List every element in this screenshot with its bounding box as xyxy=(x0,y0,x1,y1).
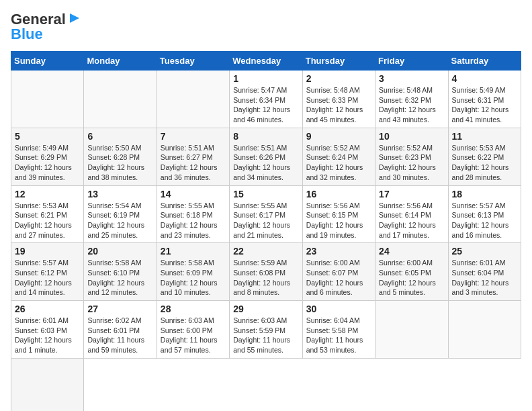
day-info: Sunrise: 5:48 AM Sunset: 6:33 PM Dayligh… xyxy=(306,85,371,125)
day-number: 28 xyxy=(161,304,226,314)
day-info: Sunrise: 5:56 AM Sunset: 6:14 PM Dayligh… xyxy=(379,201,444,240)
day-info: Sunrise: 5:51 AM Sunset: 6:27 PM Dayligh… xyxy=(161,143,226,183)
calendar-day-6: 6Sunrise: 5:50 AM Sunset: 6:28 PM Daylig… xyxy=(84,128,157,185)
day-info: Sunrise: 5:58 AM Sunset: 6:09 PM Dayligh… xyxy=(161,258,226,298)
day-number: 3 xyxy=(379,73,444,84)
day-number: 5 xyxy=(15,131,80,142)
day-number: 8 xyxy=(233,131,298,142)
calendar-day-24: 24Sunrise: 6:00 AM Sunset: 6:05 PM Dayli… xyxy=(375,243,448,301)
day-info: Sunrise: 6:00 AM Sunset: 6:07 PM Dayligh… xyxy=(306,258,371,298)
day-number: 18 xyxy=(452,189,517,199)
day-number: 2 xyxy=(306,73,371,84)
day-info: Sunrise: 5:49 AM Sunset: 6:29 PM Dayligh… xyxy=(15,143,80,183)
day-number: 25 xyxy=(452,246,517,257)
calendar-day-10: 10Sunrise: 5:52 AM Sunset: 6:23 PM Dayli… xyxy=(375,128,448,185)
weekday-header-wednesday: Wednesday xyxy=(230,52,302,71)
day-info: Sunrise: 6:03 AM Sunset: 5:59 PM Dayligh… xyxy=(233,316,298,355)
calendar-day-11: 11Sunrise: 5:53 AM Sunset: 6:22 PM Dayli… xyxy=(448,128,521,185)
day-info: Sunrise: 6:04 AM Sunset: 5:58 PM Dayligh… xyxy=(306,316,371,355)
day-info: Sunrise: 5:53 AM Sunset: 6:21 PM Dayligh… xyxy=(15,201,80,240)
calendar-table: SundayMondayTuesdayWednesdayThursdayFrid… xyxy=(11,51,521,411)
day-number: 4 xyxy=(452,73,517,84)
weekday-header-tuesday: Tuesday xyxy=(157,52,229,71)
day-info: Sunrise: 5:49 AM Sunset: 6:31 PM Dayligh… xyxy=(452,85,517,125)
day-info: Sunrise: 5:55 AM Sunset: 6:17 PM Dayligh… xyxy=(233,201,298,240)
weekday-header-friday: Friday xyxy=(375,52,448,71)
calendar-day-17: 17Sunrise: 5:56 AM Sunset: 6:14 PM Dayli… xyxy=(375,185,448,243)
calendar-day-22: 22Sunrise: 5:59 AM Sunset: 6:08 PM Dayli… xyxy=(230,243,302,301)
day-info: Sunrise: 5:57 AM Sunset: 6:13 PM Dayligh… xyxy=(452,201,517,240)
day-number: 22 xyxy=(233,246,298,257)
calendar-day-27: 27Sunrise: 6:02 AM Sunset: 6:01 PM Dayli… xyxy=(84,301,157,359)
calendar-day-4: 4Sunrise: 5:49 AM Sunset: 6:31 PM Daylig… xyxy=(448,71,521,128)
day-number: 10 xyxy=(379,131,444,142)
day-number: 26 xyxy=(15,304,80,314)
calendar-day-23: 23Sunrise: 6:00 AM Sunset: 6:07 PM Dayli… xyxy=(302,243,375,301)
day-info: Sunrise: 5:48 AM Sunset: 6:32 PM Dayligh… xyxy=(379,85,444,125)
page-header: General Blue xyxy=(11,11,521,43)
day-info: Sunrise: 5:52 AM Sunset: 6:23 PM Dayligh… xyxy=(379,143,444,183)
day-number: 27 xyxy=(87,304,152,314)
calendar-day-empty xyxy=(84,71,157,128)
calendar-day-20: 20Sunrise: 5:58 AM Sunset: 6:10 PM Dayli… xyxy=(84,243,157,301)
weekday-header-sunday: Sunday xyxy=(11,52,84,71)
day-info: Sunrise: 6:00 AM Sunset: 6:05 PM Dayligh… xyxy=(379,258,444,298)
calendar-day-empty xyxy=(11,71,84,128)
day-info: Sunrise: 5:55 AM Sunset: 6:18 PM Dayligh… xyxy=(161,201,226,240)
day-info: Sunrise: 5:53 AM Sunset: 6:22 PM Dayligh… xyxy=(452,143,517,183)
day-info: Sunrise: 5:52 AM Sunset: 6:24 PM Dayligh… xyxy=(306,143,371,183)
day-number: 6 xyxy=(87,131,152,142)
calendar-day-15: 15Sunrise: 5:55 AM Sunset: 6:17 PM Dayli… xyxy=(230,185,302,243)
weekday-header-thursday: Thursday xyxy=(302,52,375,71)
calendar-day-8: 8Sunrise: 5:51 AM Sunset: 6:26 PM Daylig… xyxy=(230,128,302,185)
day-number: 11 xyxy=(452,131,517,142)
day-info: Sunrise: 5:59 AM Sunset: 6:08 PM Dayligh… xyxy=(233,258,298,298)
calendar-day-12: 12Sunrise: 5:53 AM Sunset: 6:21 PM Dayli… xyxy=(11,185,84,243)
day-info: Sunrise: 5:47 AM Sunset: 6:34 PM Dayligh… xyxy=(233,85,298,125)
calendar-day-empty xyxy=(157,71,229,128)
day-number: 24 xyxy=(379,246,444,257)
day-number: 13 xyxy=(87,189,152,199)
weekday-header-saturday: Saturday xyxy=(448,52,521,71)
calendar-day-2: 2Sunrise: 5:48 AM Sunset: 6:33 PM Daylig… xyxy=(302,71,375,128)
day-number: 12 xyxy=(15,189,80,199)
calendar-day-13: 13Sunrise: 5:54 AM Sunset: 6:19 PM Dayli… xyxy=(84,185,157,243)
svg-marker-0 xyxy=(70,13,79,23)
calendar-day-18: 18Sunrise: 5:57 AM Sunset: 6:13 PM Dayli… xyxy=(448,185,521,243)
day-number: 15 xyxy=(233,189,298,199)
day-info: Sunrise: 5:58 AM Sunset: 6:10 PM Dayligh… xyxy=(87,258,152,298)
calendar-day-16: 16Sunrise: 5:56 AM Sunset: 6:15 PM Dayli… xyxy=(302,185,375,243)
day-number: 16 xyxy=(306,189,371,199)
day-number: 23 xyxy=(306,246,371,257)
calendar-day-30: 30Sunrise: 6:04 AM Sunset: 5:58 PM Dayli… xyxy=(302,301,375,359)
day-info: Sunrise: 6:01 AM Sunset: 6:03 PM Dayligh… xyxy=(15,316,80,355)
calendar-day-21: 21Sunrise: 5:58 AM Sunset: 6:09 PM Dayli… xyxy=(157,243,229,301)
calendar-day-empty xyxy=(375,301,448,359)
day-number: 9 xyxy=(306,131,371,142)
calendar-day-28: 28Sunrise: 6:03 AM Sunset: 6:00 PM Dayli… xyxy=(157,301,229,359)
day-info: Sunrise: 6:03 AM Sunset: 6:00 PM Dayligh… xyxy=(161,316,226,355)
day-info: Sunrise: 5:56 AM Sunset: 6:15 PM Dayligh… xyxy=(306,201,371,240)
day-info: Sunrise: 5:50 AM Sunset: 6:28 PM Dayligh… xyxy=(87,143,152,183)
day-number: 19 xyxy=(15,246,80,257)
day-info: Sunrise: 6:01 AM Sunset: 6:04 PM Dayligh… xyxy=(452,258,517,298)
weekday-header-monday: Monday xyxy=(84,52,157,71)
day-info: Sunrise: 6:02 AM Sunset: 6:01 PM Dayligh… xyxy=(87,316,152,355)
calendar-day-29: 29Sunrise: 6:03 AM Sunset: 5:59 PM Dayli… xyxy=(230,301,302,359)
calendar-day-19: 19Sunrise: 5:57 AM Sunset: 6:12 PM Dayli… xyxy=(11,243,84,301)
calendar-day-25: 25Sunrise: 6:01 AM Sunset: 6:04 PM Dayli… xyxy=(448,243,521,301)
calendar-day-9: 9Sunrise: 5:52 AM Sunset: 6:24 PM Daylig… xyxy=(302,128,375,185)
calendar-day-3: 3Sunrise: 5:48 AM Sunset: 6:32 PM Daylig… xyxy=(375,71,448,128)
logo-blue: Blue xyxy=(11,26,43,43)
day-number: 14 xyxy=(161,189,226,199)
calendar-day-7: 7Sunrise: 5:51 AM Sunset: 6:27 PM Daylig… xyxy=(157,128,229,185)
day-info: Sunrise: 5:51 AM Sunset: 6:26 PM Dayligh… xyxy=(233,143,298,183)
calendar-day-26: 26Sunrise: 6:01 AM Sunset: 6:03 PM Dayli… xyxy=(11,301,84,359)
day-number: 30 xyxy=(306,304,371,314)
calendar-day-empty xyxy=(11,358,84,411)
day-number: 1 xyxy=(233,73,298,84)
day-info: Sunrise: 5:57 AM Sunset: 6:12 PM Dayligh… xyxy=(15,258,80,298)
day-number: 29 xyxy=(233,304,298,314)
calendar-day-5: 5Sunrise: 5:49 AM Sunset: 6:29 PM Daylig… xyxy=(11,128,84,185)
calendar-day-empty xyxy=(448,301,521,359)
